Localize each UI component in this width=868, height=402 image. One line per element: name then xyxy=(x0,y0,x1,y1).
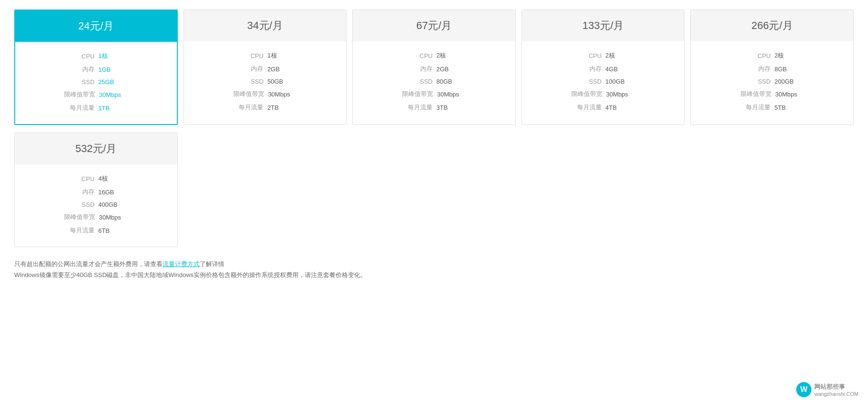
spec-value: 5TB xyxy=(774,104,803,111)
spec-label: 内存 xyxy=(572,65,606,73)
plan-card-plan-34[interactable]: 34元/月CPU1核内存2GBSSD50GB限峰值带宽30Mbps每月流量2TB xyxy=(183,10,347,125)
spec-value: 8GB xyxy=(774,66,803,73)
plan-header-plan-67: 67元/月 xyxy=(353,10,515,41)
spec-label: CPU xyxy=(65,53,98,60)
spec-value: 3TB xyxy=(436,104,465,111)
spec-label: SSD xyxy=(65,201,98,208)
spec-row: 每月流量4TB xyxy=(527,101,680,114)
plan-card-plan-24[interactable]: 24元/月CPU1核内存1GBSSD25GB限峰值带宽30Mbps每月流量1TB xyxy=(14,10,178,125)
spec-value: 2GB xyxy=(267,66,296,73)
spec-label: 限峰值带宽 xyxy=(64,213,99,221)
spec-value: 30Mbps xyxy=(775,91,804,98)
plan-card-plan-67[interactable]: 67元/月CPU2核内存2GBSSD80GB限峰值带宽30Mbps每月流量3TB xyxy=(352,10,516,125)
plan-card-plan-532[interactable]: 532元/月CPU4核内存16GBSSD400GB限峰值带宽30Mbps每月流量… xyxy=(14,133,178,247)
plan-header-plan-133: 133元/月 xyxy=(522,10,685,41)
spec-row: CPU2核 xyxy=(695,49,849,62)
spec-row: CPU1核 xyxy=(189,49,342,62)
spec-row: 每月流量3TB xyxy=(357,101,511,114)
spec-row: SSD200GB xyxy=(695,76,849,87)
spec-value: 2核 xyxy=(436,51,465,60)
spec-label: CPU xyxy=(234,52,267,59)
spec-row: SSD50GB xyxy=(189,76,342,87)
spec-value: 30Mbps xyxy=(268,91,297,98)
spec-label: SSD xyxy=(403,78,436,85)
spec-value: 1GB xyxy=(98,66,127,73)
spec-value: 30Mbps xyxy=(99,214,127,221)
footer-note1: 只有超出配额的公网出流量才会产生额外费用，请查看流量计费方式了解详情 xyxy=(14,258,854,269)
spec-row: 限峰值带宽30Mbps xyxy=(357,87,511,101)
spec-value: 30Mbps xyxy=(99,91,127,98)
row2-grid: 532元/月CPU4核内存16GBSSD400GB限峰值带宽30Mbps每月流量… xyxy=(14,133,854,247)
spec-row: CPU2核 xyxy=(357,49,511,62)
plan-specs-plan-133: CPU2核内存4GBSSD100GB限峰值带宽30Mbps每月流量4TB xyxy=(522,41,685,124)
spec-value: 2GB xyxy=(436,66,465,73)
spec-row: CPU2核 xyxy=(527,49,680,62)
spec-row: 内存2GB xyxy=(357,62,511,76)
spec-value: 2TB xyxy=(267,104,296,111)
spec-row: 每月流量6TB xyxy=(19,224,173,237)
note1-link[interactable]: 流量计费方式 xyxy=(163,260,200,268)
spec-label: 内存 xyxy=(65,188,98,196)
spec-value: 1核 xyxy=(98,52,127,60)
spec-row: 限峰值带宽30Mbps xyxy=(189,87,342,101)
spec-value: 2核 xyxy=(606,51,634,60)
spec-label: 每月流量 xyxy=(741,103,774,112)
spec-row: SSD100GB xyxy=(527,76,680,87)
spec-value: 25GB xyxy=(98,78,127,86)
spec-value: 1核 xyxy=(267,51,296,60)
spec-row: 限峰值带宽30Mbps xyxy=(20,88,172,101)
spec-label: 每月流量 xyxy=(65,104,98,112)
footer-notes: 只有超出配额的公网出流量才会产生额外费用，请查看流量计费方式了解详情 Windo… xyxy=(14,258,854,281)
plan-specs-plan-34: CPU1核内存2GBSSD50GB限峰值带宽30Mbps每月流量2TB xyxy=(184,41,347,124)
spec-label: 每月流量 xyxy=(403,103,436,112)
plan-specs-plan-532: CPU4核内存16GBSSD400GB限峰值带宽30Mbps每月流量6TB xyxy=(15,164,177,247)
spec-row: 限峰值带宽30Mbps xyxy=(527,87,680,101)
spec-row: SSD25GB xyxy=(20,76,172,88)
spec-label: 每月流量 xyxy=(572,103,606,112)
spec-value: 80GB xyxy=(436,78,465,85)
spec-row: 每月流量2TB xyxy=(189,101,342,114)
spec-row: 内存8GB xyxy=(695,62,849,76)
spec-row: 每月流量5TB xyxy=(695,101,849,114)
plan-specs-plan-67: CPU2核内存2GBSSD80GB限峰值带宽30Mbps每月流量3TB xyxy=(353,41,515,124)
spec-row: 内存16GB xyxy=(19,185,173,199)
plan-specs-plan-24: CPU1核内存1GBSSD25GB限峰值带宽30Mbps每月流量1TB xyxy=(15,42,177,124)
spec-value: 16GB xyxy=(98,189,127,196)
plan-card-plan-266[interactable]: 266元/月CPU2核内存8GBSSD200GB限峰值带宽30Mbps每月流量5… xyxy=(690,10,854,125)
plan-card-plan-133[interactable]: 133元/月CPU2核内存4GBSSD100GB限峰值带宽30Mbps每月流量4… xyxy=(521,10,685,125)
spec-value: 4核 xyxy=(98,174,127,183)
note1-suffix: 了解详情 xyxy=(200,260,224,268)
spec-value: 4TB xyxy=(606,104,634,111)
spec-label: 内存 xyxy=(403,65,436,73)
spec-label: SSD xyxy=(741,78,774,85)
spec-label: CPU xyxy=(65,175,98,182)
plan-header-plan-266: 266元/月 xyxy=(691,10,853,41)
spec-value: 200GB xyxy=(774,78,803,85)
spec-value: 30Mbps xyxy=(437,91,465,98)
spec-label: 限峰值带宽 xyxy=(402,90,437,98)
spec-value: 30Mbps xyxy=(606,91,635,98)
spec-label: CPU xyxy=(572,52,606,59)
spec-row: 内存1GB xyxy=(20,63,172,76)
spec-label: SSD xyxy=(65,78,98,86)
spec-value: 50GB xyxy=(267,78,296,85)
spec-label: CPU xyxy=(403,52,436,59)
plan-specs-plan-266: CPU2核内存8GBSSD200GB限峰值带宽30Mbps每月流量5TB xyxy=(691,41,853,124)
spec-row: CPU1核 xyxy=(20,49,172,63)
spec-value: 2核 xyxy=(774,51,803,60)
spec-label: 限峰值带宽 xyxy=(571,90,606,98)
spec-label: 内存 xyxy=(65,65,98,74)
spec-row: 每月流量1TB xyxy=(20,101,172,115)
spec-value: 400GB xyxy=(98,201,127,208)
plans-grid-row2: 532元/月CPU4核内存16GBSSD400GB限峰值带宽30Mbps每月流量… xyxy=(14,133,854,247)
spec-row: 内存2GB xyxy=(189,62,342,76)
spec-label: 每月流量 xyxy=(65,226,98,235)
spec-value: 100GB xyxy=(606,78,634,85)
spec-row: 限峰值带宽30Mbps xyxy=(695,87,849,101)
spec-label: CPU xyxy=(741,52,774,59)
plan-header-plan-24: 24元/月 xyxy=(15,10,177,42)
spec-label: 内存 xyxy=(234,65,267,73)
spec-row: 限峰值带宽30Mbps xyxy=(19,211,173,224)
spec-value: 1TB xyxy=(98,105,127,112)
spec-row: 内存4GB xyxy=(527,62,680,76)
